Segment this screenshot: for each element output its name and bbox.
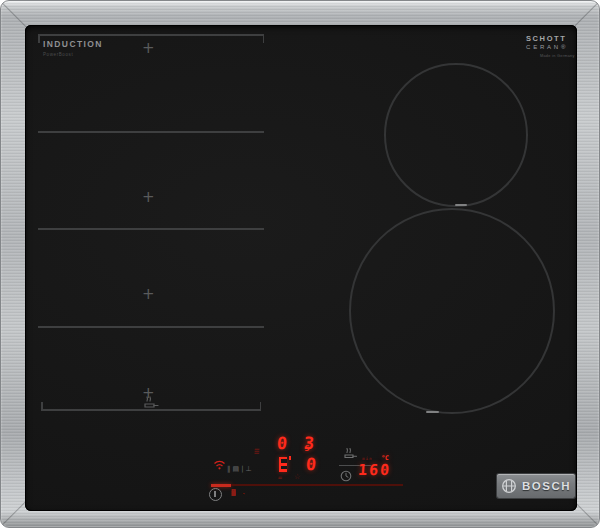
flex-segment-indicator (279, 457, 287, 472)
cooking-zone-top-right (384, 63, 528, 207)
ceramic-glass-surface: INDUCTION PowerBoost SCHOTT CERAN® Made … (25, 25, 577, 511)
flex-zone-divider-line (38, 131, 264, 133)
timer-clock-icon[interactable] (340, 470, 352, 482)
power-icon (214, 491, 216, 497)
flex-pan-icon (143, 395, 160, 408)
frame-mitre-seam (574, 501, 600, 527)
flex-zone-divider-line (38, 228, 264, 230)
flex-zone-bottom-line (41, 409, 261, 411)
star-icon: ☆ (294, 473, 301, 481)
bosch-logo-text: BOSCH (522, 480, 571, 492)
cooking-zone-bottom-right (349, 208, 555, 414)
power-level-key[interactable]: 9 (231, 489, 236, 498)
cooktop-frame: INDUCTION PowerBoost SCHOTT CERAN® Made … (0, 0, 600, 528)
display-zone-top-right: 35 (303, 435, 309, 452)
plus-mark: + (142, 41, 155, 56)
slider-active-segment (211, 484, 231, 487)
display-icon[interactable]: ▤ (233, 465, 242, 473)
flex-indicator-sub-marks: = (278, 476, 283, 480)
bosch-emblem-icon (501, 478, 517, 494)
frame-mitre-seam (0, 1, 26, 27)
flex-zone-divider-line (38, 326, 264, 328)
schott-brand-line1: SCHOTT (526, 34, 575, 43)
level-decimal: 5 (304, 444, 309, 453)
schott-brand-sub: Made in Germany (540, 54, 575, 58)
bosch-badge: BOSCH (497, 474, 575, 498)
frying-sensor-icon[interactable] (343, 446, 358, 459)
schott-ceran-print: SCHOTT CERAN® Made in Germany (526, 34, 575, 58)
schott-brand-line2: CERAN® (526, 44, 575, 50)
wifi-icon[interactable] (213, 459, 226, 470)
plus-mark: + (142, 190, 155, 205)
display-zone-top-left: 0 (276, 435, 287, 452)
plus-mark: + (142, 287, 155, 302)
induction-label: INDUCTION (43, 39, 103, 49)
aux-function-icons[interactable]: ‖▤|⊥ (227, 465, 254, 473)
flex-zone-top-line (38, 34, 264, 36)
frame-mitre-seam (0, 501, 26, 527)
display-temperature: 160 (357, 463, 391, 478)
hood-icon[interactable]: ⊥ (245, 465, 253, 473)
zone-position-tick (426, 411, 439, 413)
induction-sublabel: PowerBoost (43, 52, 103, 57)
frame-mitre-seam (574, 1, 600, 27)
induction-print: INDUCTION PowerBoost (43, 39, 103, 57)
zone-position-tick (455, 204, 467, 206)
display-zone-bottom-right: 0 (305, 456, 316, 473)
power-button[interactable] (209, 488, 222, 501)
slider-track-line[interactable] (231, 484, 403, 486)
flex-level-marks-dim: ≡ (254, 447, 260, 456)
